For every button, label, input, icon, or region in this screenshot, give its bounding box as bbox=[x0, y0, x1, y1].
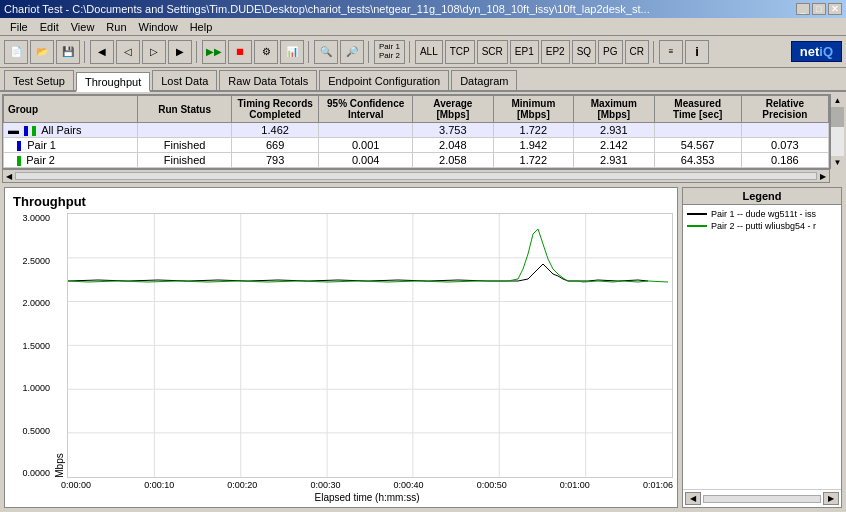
table-row[interactable]: ▬ All Pairs 1.462 3.753 1.722 2.931 bbox=[4, 123, 829, 138]
pair2-icon bbox=[17, 156, 21, 166]
col-group: Group bbox=[4, 96, 138, 123]
tab-raw-data-totals[interactable]: Raw Data Totals bbox=[219, 70, 317, 90]
menu-file[interactable]: File bbox=[4, 20, 34, 34]
minimize-button[interactable]: _ bbox=[796, 3, 810, 15]
separator6 bbox=[653, 41, 655, 63]
col-measured-time: MeasuredTime [sec] bbox=[654, 96, 741, 123]
pair1-precision: 0.073 bbox=[741, 138, 828, 153]
separator3 bbox=[308, 41, 310, 63]
pair1-average: 2.048 bbox=[413, 138, 493, 153]
all-pairs-confidence bbox=[319, 123, 413, 138]
forward-button[interactable]: ▷ bbox=[142, 40, 166, 64]
col-run-status: Run Status bbox=[138, 96, 232, 123]
titlebar: Chariot Test - C:\Documents and Settings… bbox=[0, 0, 846, 18]
chart-wrapper: Throughput 3.0000 2.5000 2.0000 1.5000 1… bbox=[4, 187, 678, 508]
data-table: Group Run Status Timing RecordsCompleted… bbox=[3, 95, 829, 168]
legend-content: Pair 1 -- dude wg511t - iss Pair 2 -- pu… bbox=[683, 205, 841, 489]
menu-window[interactable]: Window bbox=[133, 20, 184, 34]
menu-run[interactable]: Run bbox=[100, 20, 132, 34]
separator2 bbox=[196, 41, 198, 63]
all-button[interactable]: ALL bbox=[415, 40, 443, 64]
y-label-00: 0.0000 bbox=[22, 468, 50, 478]
tab-endpoint-configuration[interactable]: Endpoint Configuration bbox=[319, 70, 449, 90]
scroll-track[interactable] bbox=[831, 107, 844, 156]
all-pairs-precision bbox=[741, 123, 828, 138]
x-label-4: 0:00:40 bbox=[394, 480, 424, 490]
pair2-name: Pair 2 bbox=[4, 153, 138, 168]
stop-button[interactable]: ⏹ bbox=[228, 40, 252, 64]
table-scrollbar[interactable]: ▲ ▼ bbox=[830, 94, 844, 169]
h-scrollbar[interactable]: ◀ ▶ bbox=[2, 169, 830, 183]
all-pairs-timing: 1.462 bbox=[232, 123, 319, 138]
info-button[interactable]: i bbox=[685, 40, 709, 64]
expand-icon[interactable]: ▬ bbox=[8, 124, 19, 136]
pair1-confidence: 0.001 bbox=[319, 138, 413, 153]
tcp-button[interactable]: TCP bbox=[445, 40, 475, 64]
ep1-button[interactable]: EP1 bbox=[510, 40, 539, 64]
tab-test-setup[interactable]: Test Setup bbox=[4, 70, 74, 90]
table-row[interactable]: Pair 2 Finished 793 0.004 2.058 1.722 2.… bbox=[4, 153, 829, 168]
legend-scroll-track[interactable] bbox=[703, 495, 821, 503]
save-button[interactable]: 💾 bbox=[56, 40, 80, 64]
sq-button[interactable]: SQ bbox=[572, 40, 596, 64]
pair2-status: Finished bbox=[138, 153, 232, 168]
pair2-precision: 0.186 bbox=[741, 153, 828, 168]
pair1-icon bbox=[17, 141, 21, 151]
new-button[interactable]: 📄 bbox=[4, 40, 28, 64]
pair1-maximum: 2.142 bbox=[574, 138, 654, 153]
hscroll-right[interactable]: ▶ bbox=[817, 172, 829, 181]
y-label-25: 2.5000 bbox=[22, 256, 50, 266]
zoom2-button[interactable]: 🔎 bbox=[340, 40, 364, 64]
hscroll-left[interactable]: ◀ bbox=[3, 172, 15, 181]
pair2-average: 2.058 bbox=[413, 153, 493, 168]
scroll-up[interactable]: ▲ bbox=[832, 94, 844, 107]
run-button[interactable]: ▶▶ bbox=[202, 40, 226, 64]
cr-button[interactable]: CR bbox=[625, 40, 649, 64]
config-button[interactable]: ⚙ bbox=[254, 40, 278, 64]
scroll-down[interactable]: ▼ bbox=[832, 156, 844, 169]
pair-icon-green bbox=[32, 126, 36, 136]
chart-and-legend: Throughput 3.0000 2.5000 2.0000 1.5000 1… bbox=[0, 183, 846, 512]
tab-throughput[interactable]: Throughput bbox=[76, 72, 150, 92]
close-button[interactable]: ✕ bbox=[828, 3, 842, 15]
all-pairs-time bbox=[654, 123, 741, 138]
pair1-line bbox=[68, 264, 648, 281]
back2-button[interactable]: ◁ bbox=[116, 40, 140, 64]
x-axis-label: Elapsed time (h:mm:ss) bbox=[61, 490, 673, 503]
ep2-button[interactable]: EP2 bbox=[541, 40, 570, 64]
spacer-button[interactable]: ≡ bbox=[659, 40, 683, 64]
col-minimum: Minimum[Mbps] bbox=[493, 96, 573, 123]
legend-wrapper: Legend Pair 1 -- dude wg511t - iss Pair … bbox=[682, 187, 842, 508]
x-label-2: 0:00:20 bbox=[227, 480, 257, 490]
x-label-7: 0:01:06 bbox=[643, 480, 673, 490]
separator1 bbox=[84, 41, 86, 63]
open-button[interactable]: 📂 bbox=[30, 40, 54, 64]
menu-view[interactable]: View bbox=[65, 20, 101, 34]
hscroll-track[interactable] bbox=[15, 172, 817, 180]
pair-select-button[interactable]: Pair 1Pair 2 bbox=[374, 40, 405, 64]
legend-scroll-right[interactable]: ▶ bbox=[823, 492, 839, 505]
y-axis: 3.0000 2.5000 2.0000 1.5000 1.0000 0.500… bbox=[9, 213, 54, 478]
legend-scroll-left[interactable]: ◀ bbox=[685, 492, 701, 505]
tab-bar: Test Setup Throughput Lost Data Raw Data… bbox=[0, 68, 846, 92]
menu-edit[interactable]: Edit bbox=[34, 20, 65, 34]
content-wrapper: Group Run Status Timing RecordsCompleted… bbox=[0, 92, 846, 512]
x-axis-labels: 0:00:00 0:00:10 0:00:20 0:00:30 0:00:40 … bbox=[61, 478, 673, 490]
scroll-thumb[interactable] bbox=[831, 107, 844, 127]
menu-help[interactable]: Help bbox=[184, 20, 219, 34]
y-axis-label: Mbps bbox=[54, 213, 65, 478]
forward2-button[interactable]: ▶ bbox=[168, 40, 192, 64]
tab-datagram[interactable]: Datagram bbox=[451, 70, 517, 90]
chart-button[interactable]: 📊 bbox=[280, 40, 304, 64]
legend-scroll-area: ◀ ▶ bbox=[683, 489, 841, 507]
back-button[interactable]: ◀ bbox=[90, 40, 114, 64]
scr-button[interactable]: SCR bbox=[477, 40, 508, 64]
table-row[interactable]: Pair 1 Finished 669 0.001 2.048 1.942 2.… bbox=[4, 138, 829, 153]
pair1-status: Finished bbox=[138, 138, 232, 153]
zoom-button[interactable]: 🔍 bbox=[314, 40, 338, 64]
tab-lost-data[interactable]: Lost Data bbox=[152, 70, 217, 90]
pg-button[interactable]: PG bbox=[598, 40, 622, 64]
y-label-15: 1.5000 bbox=[22, 341, 50, 351]
pair2-minimum: 1.722 bbox=[493, 153, 573, 168]
maximize-button[interactable]: □ bbox=[812, 3, 826, 15]
